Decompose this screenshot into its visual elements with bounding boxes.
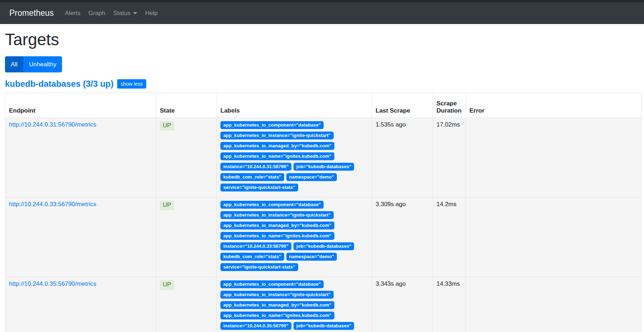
header-labels: Labels	[217, 93, 372, 118]
endpoint-link[interactable]: http://10.244.0.31:56790/metrics	[9, 121, 96, 128]
header-error: Error	[466, 93, 641, 118]
table-row: http://10.244.0.33:56790/metrics UP app_…	[5, 198, 641, 277]
label-badge: app_kubernetes_io_name="ignites.kubedb.c…	[220, 312, 334, 319]
state-badge: UP	[160, 121, 174, 131]
navbar: Prometheus Alerts Graph Status Help	[0, 2, 644, 24]
nav-item-graph[interactable]: Graph	[84, 10, 109, 17]
label-badge: kubedb_com_role="stats"	[220, 173, 284, 181]
nav-item-help-label: Help	[145, 10, 158, 17]
label-badge: app_kubernetes_io_component="database"	[220, 280, 324, 288]
main-content: Targets All Unhealthy kubedb-databases (…	[0, 30, 644, 332]
label-badge: instance="10.244.0.35:56790"	[220, 322, 291, 330]
label-badge: app_kubernetes_io_component="database"	[220, 201, 324, 209]
label-badge: app_kubernetes_io_component="database"	[220, 121, 324, 129]
nav-item-graph-label: Graph	[88, 10, 105, 17]
job-group-header: kubedb-databases (3/3 up) show less	[5, 79, 639, 89]
endpoint-link[interactable]: http://10.244.0.35:56790/metrics	[9, 280, 96, 287]
filter-unhealthy-button[interactable]: Unhealthy	[23, 56, 62, 73]
nav-item-alerts-label: Alerts	[65, 10, 80, 17]
label-badge: service="ignite-quickstart-stats"	[220, 263, 298, 271]
label-badge: job="kubedb-databases"	[294, 163, 354, 171]
label-badge: namespace="demo"	[286, 253, 337, 261]
state-badge: UP	[160, 201, 174, 210]
navbar-nav: Alerts Graph Status Help	[61, 10, 162, 17]
targets-table: Endpoint State Labels Last Scrape Scrape…	[5, 93, 641, 332]
target-filter-group: All Unhealthy	[5, 56, 62, 73]
scrape-duration-value: 14.2ms	[433, 198, 466, 277]
label-badge: kubedb_com_role="stats"	[220, 253, 284, 261]
header-last-scrape: Last Scrape	[372, 93, 433, 118]
brand-link[interactable]: Prometheus	[9, 8, 54, 18]
label-badge: app_kubernetes_io_instance="ignite-quick…	[220, 132, 334, 139]
label-badge: service="ignite-quickstart-stats"	[220, 184, 298, 191]
job-group-title: kubedb-databases (3/3 up)	[5, 79, 114, 89]
nav-item-alerts[interactable]: Alerts	[61, 10, 84, 17]
label-badge: app_kubernetes_io_name="ignites.kubedb.c…	[220, 152, 334, 160]
header-state: State	[156, 93, 217, 118]
header-endpoint: Endpoint	[5, 93, 156, 118]
error-value	[466, 277, 641, 332]
state-badge: UP	[160, 280, 174, 290]
error-value	[466, 118, 641, 198]
label-badge: job="kubedb-databases"	[294, 242, 354, 250]
last-scrape-value: 3.309s ago	[372, 198, 433, 277]
last-scrape-value: 1.535s ago	[372, 118, 433, 198]
label-badge: instance="10.244.0.31:56790"	[220, 163, 291, 171]
label-badge: app_kubernetes_io_instance="ignite-quick…	[220, 211, 334, 219]
table-row: http://10.244.0.31:56790/metrics UP app_…	[5, 118, 641, 198]
label-badge: instance="10.244.0.33:56790"	[220, 242, 291, 250]
last-scrape-value: 3.343s ago	[372, 277, 433, 332]
table-header-row: Endpoint State Labels Last Scrape Scrape…	[5, 93, 641, 118]
table-row: http://10.244.0.35:56790/metrics UP app_…	[5, 277, 641, 332]
labels-list: app_kubernetes_io_component="database"ap…	[220, 201, 368, 274]
label-badge: app_kubernetes_io_managed_by="kubedb.com…	[220, 222, 334, 229]
label-badge: job="kubedb-databases"	[294, 322, 354, 330]
scrape-duration-value: 17.02ms	[433, 118, 466, 198]
endpoint-link[interactable]: http://10.244.0.33:56790/metrics	[9, 201, 96, 208]
label-badge: app_kubernetes_io_managed_by="kubedb.com…	[220, 301, 334, 309]
label-badge: app_kubernetes_io_name="ignites.kubedb.c…	[220, 232, 334, 240]
header-scrape-duration: Scrape Duration	[433, 93, 466, 118]
scrape-duration-value: 14.33ms	[433, 277, 466, 332]
filter-all-button[interactable]: All	[5, 56, 23, 73]
labels-list: app_kubernetes_io_component="database"ap…	[220, 280, 368, 332]
nav-item-help[interactable]: Help	[141, 10, 162, 17]
nav-item-status-dropdown[interactable]: Status	[109, 10, 141, 17]
labels-list: app_kubernetes_io_component="database"ap…	[220, 121, 368, 194]
label-badge: app_kubernetes_io_instance="ignite-quick…	[220, 291, 334, 299]
nav-item-status-label: Status	[113, 10, 130, 17]
show-less-button[interactable]: show less	[117, 79, 146, 89]
error-value	[466, 198, 641, 277]
label-badge: namespace="demo"	[286, 173, 337, 181]
page-title: Targets	[5, 30, 639, 49]
label-badge: app_kubernetes_io_managed_by="kubedb.com…	[220, 142, 334, 150]
chevron-down-icon	[133, 12, 137, 14]
